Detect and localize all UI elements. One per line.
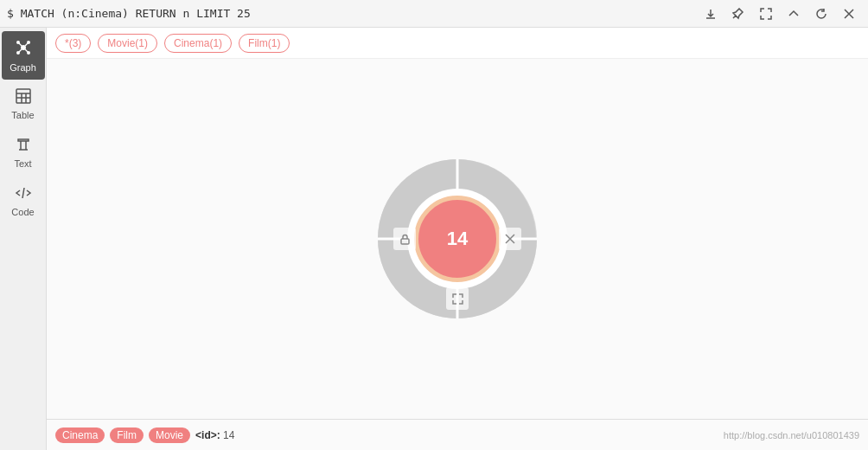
node-wheel: 14	[371, 152, 544, 325]
svg-rect-18	[401, 239, 409, 244]
tags-bar: *(3) Movie(1) Cinema(1) Film(1)	[47, 28, 868, 59]
collapse-button[interactable]	[782, 2, 806, 26]
graph-icon	[14, 38, 33, 60]
sidebar: Graph Table Text	[0, 28, 47, 450]
status-url: http://blog.csdn.net/u010801439	[724, 430, 859, 440]
node-value: 14	[447, 228, 468, 250]
close-action[interactable]	[499, 228, 521, 250]
main-layout: Graph Table Text	[0, 28, 868, 450]
download-button[interactable]	[699, 2, 723, 26]
sidebar-item-text[interactable]: Text	[2, 128, 45, 177]
sidebar-item-code[interactable]: Code	[2, 177, 45, 225]
tag-film[interactable]: Film(1)	[239, 34, 290, 53]
status-tag-film: Film	[110, 428, 144, 443]
sidebar-item-graph[interactable]: Graph	[2, 31, 45, 80]
status-tag-movie: Movie	[149, 428, 190, 443]
close-button[interactable]	[837, 2, 861, 26]
svg-line-6	[25, 43, 28, 46]
svg-line-8	[25, 49, 28, 52]
fullscreen-button[interactable]	[754, 2, 778, 26]
tag-movie[interactable]: Movie(1)	[98, 34, 157, 53]
top-icons	[699, 2, 861, 26]
text-icon	[15, 136, 32, 156]
status-bar: Cinema Film Movie <id>: 14 http://blog.c…	[47, 419, 868, 450]
tag-all[interactable]: *(3)	[55, 34, 91, 53]
content-area: *(3) Movie(1) Cinema(1) Film(1)	[47, 28, 868, 450]
svg-line-5	[19, 43, 22, 46]
status-tag-cinema: Cinema	[55, 428, 105, 443]
graph-label: Graph	[10, 62, 36, 73]
expand-action[interactable]	[446, 287, 469, 310]
tag-cinema[interactable]: Cinema(1)	[164, 34, 232, 53]
status-left: Cinema Film Movie <id>: 14	[55, 428, 234, 443]
graph-canvas: 14	[47, 59, 868, 419]
top-bar: $ MATCH (n:Cinema) RETURN n LIMIT 25	[0, 0, 868, 28]
pin-button[interactable]	[726, 2, 750, 26]
table-label: Table	[11, 110, 34, 120]
sidebar-item-table[interactable]: Table	[2, 80, 45, 128]
text-label: Text	[14, 158, 31, 169]
center-node[interactable]: 14	[414, 196, 501, 282]
status-id: <id>: 14	[195, 429, 234, 441]
refresh-button[interactable]	[809, 2, 833, 26]
svg-rect-9	[16, 89, 30, 103]
svg-line-7	[19, 49, 22, 52]
table-icon	[15, 87, 32, 107]
lock-action[interactable]	[393, 228, 416, 250]
code-icon	[15, 184, 32, 204]
code-label: Code	[11, 207, 34, 217]
query-text: $ MATCH (n:Cinema) RETURN n LIMIT 25	[7, 7, 251, 20]
